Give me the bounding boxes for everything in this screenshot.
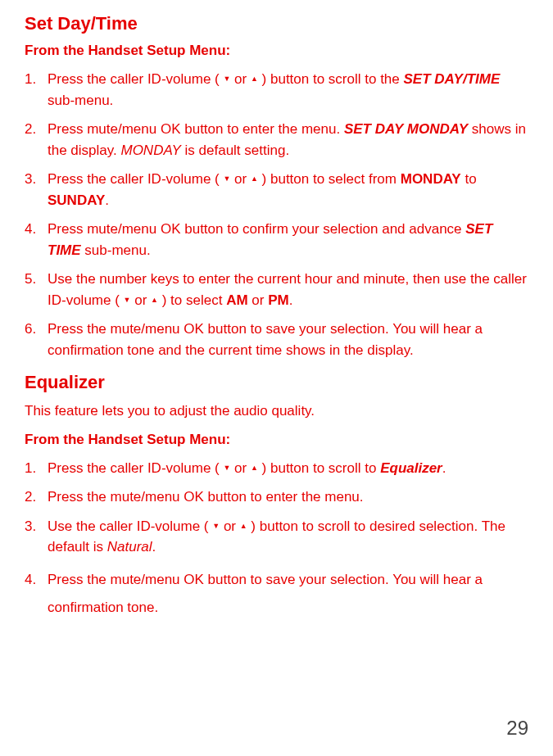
text: ) button to select from: [258, 171, 401, 187]
list-number: 2.: [25, 487, 36, 508]
text: or: [131, 292, 152, 308]
text: or: [248, 292, 269, 308]
heading-set-day-time: Set Day/Time: [25, 13, 528, 34]
text: or: [220, 518, 240, 534]
list-item: 2. Press the mute/menu OK button to ente…: [25, 487, 528, 508]
list-item: 3. Press the caller ID-volume ( ▼ or ▲ )…: [25, 169, 528, 211]
text: .: [152, 539, 156, 555]
text: Press the caller ID-volume (: [48, 171, 223, 187]
list-item: 3. Use the caller ID-volume ( ▼ or ▲ ) b…: [25, 516, 528, 558]
text: Use the caller ID-volume (: [48, 518, 212, 534]
list-number: 5.: [25, 269, 36, 290]
text: Press the mute/menu OK button to save yo…: [48, 321, 483, 358]
list-item: 6. Press the mute/menu OK button to save…: [25, 319, 528, 360]
text: .: [442, 460, 446, 476]
up-arrow-icon: ▲: [251, 75, 258, 83]
text: ) button to scroll to the: [258, 71, 404, 87]
text-bold: AM: [226, 292, 247, 308]
text: Press mute/menu OK button to confirm you…: [48, 221, 465, 237]
list-item: 4. Press mute/menu OK button to confirm …: [25, 219, 528, 260]
down-arrow-icon: ▼: [223, 75, 230, 83]
text: or: [230, 460, 251, 476]
text-italic: MONDAY: [120, 143, 180, 158]
down-arrow-icon: ▼: [124, 297, 131, 304]
text-bold: SUNDAY: [48, 192, 105, 208]
list-item: 5. Use the number keys to enter the curr…: [25, 269, 528, 310]
text: or: [230, 71, 251, 87]
up-arrow-icon: ▲: [251, 175, 258, 183]
text-italic: Natural: [107, 539, 152, 555]
list-number: 3.: [25, 169, 36, 190]
text-bold-italic: SET DAY/TIME: [404, 71, 501, 87]
intro-equalizer: This feature lets you to adjust the audi…: [25, 401, 528, 422]
text: or: [230, 171, 251, 187]
down-arrow-icon: ▼: [212, 523, 220, 530]
list-number: 4.: [25, 566, 36, 594]
list-item: 1. Press the caller ID-volume ( ▼ or ▲ )…: [25, 458, 528, 479]
list-number: 4.: [25, 219, 36, 240]
text: .: [289, 292, 293, 308]
text: Press mute/menu OK button to enter the m…: [48, 121, 344, 137]
list-item: 2. Press mute/menu OK button to enter th…: [25, 119, 528, 161]
text-bold: MONDAY: [401, 171, 461, 187]
text: .: [105, 192, 109, 208]
text: Press the mute/menu OK button to enter t…: [48, 489, 364, 505]
text: Press the mute/menu OK button to save yo…: [48, 572, 483, 615]
page-number: 29: [506, 717, 528, 740]
text: sub-menu.: [81, 242, 151, 258]
text-bold: PM: [268, 292, 289, 308]
list-item: 4. Press the mute/menu OK button to save…: [25, 566, 528, 622]
text: to: [461, 171, 477, 187]
text-bold-italic: Equalizer: [380, 460, 442, 476]
up-arrow-icon: ▲: [240, 523, 247, 530]
text: sub-menu.: [48, 93, 113, 108]
list-number: 2.: [25, 119, 36, 140]
down-arrow-icon: ▼: [223, 464, 230, 472]
text-bold-italic: SET DAY MONDAY: [344, 121, 468, 137]
text: ) button to scroll to: [258, 460, 380, 476]
subheading-handset-menu-1: From the Handset Setup Menu:: [25, 43, 528, 59]
heading-equalizer: Equalizer: [25, 372, 528, 393]
text: Press the caller ID-volume (: [48, 460, 223, 476]
text: Press the caller ID-volume (: [48, 71, 223, 87]
up-arrow-icon: ▲: [251, 464, 258, 472]
list-equalizer: 1. Press the caller ID-volume ( ▼ or ▲ )…: [25, 458, 528, 622]
list-number: 6.: [25, 319, 36, 340]
text: is default setting.: [181, 143, 289, 158]
list-number: 1.: [25, 69, 36, 90]
list-number: 1.: [25, 458, 36, 479]
text: ) to select: [158, 292, 226, 308]
list-item: 1. Press the caller ID-volume ( ▼ or ▲ )…: [25, 69, 528, 111]
subheading-handset-menu-2: From the Handset Setup Menu:: [25, 432, 528, 448]
list-set-day-time: 1. Press the caller ID-volume ( ▼ or ▲ )…: [25, 69, 528, 360]
down-arrow-icon: ▼: [223, 175, 230, 183]
list-number: 3.: [25, 516, 36, 537]
up-arrow-icon: ▲: [151, 297, 158, 304]
